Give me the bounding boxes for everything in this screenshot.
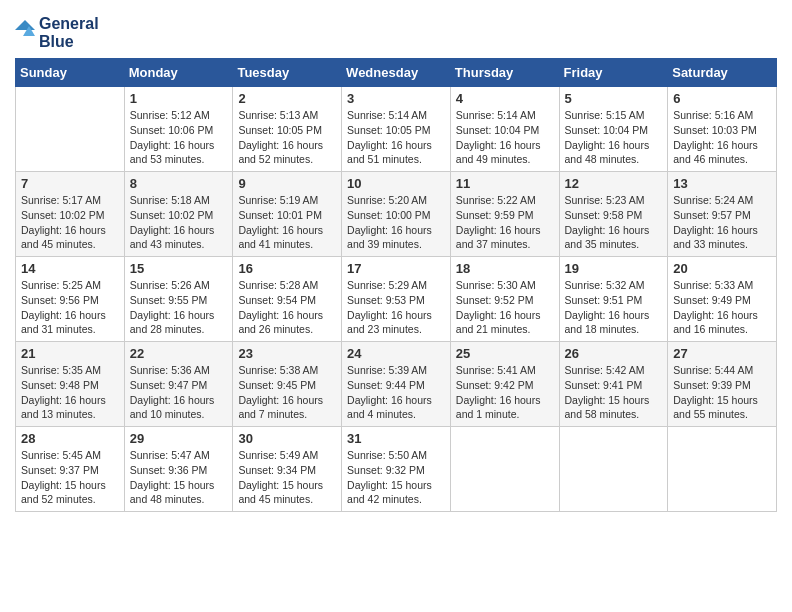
day-number: 9: [238, 176, 336, 191]
day-number: 22: [130, 346, 228, 361]
day-number: 8: [130, 176, 228, 191]
table-row: 18Sunrise: 5:30 AMSunset: 9:52 PMDayligh…: [450, 257, 559, 342]
day-info: Sunrise: 5:12 AMSunset: 10:06 PMDaylight…: [130, 108, 228, 167]
day-info: Sunrise: 5:14 AMSunset: 10:04 PMDaylight…: [456, 108, 554, 167]
day-info: Sunrise: 5:47 AMSunset: 9:36 PMDaylight:…: [130, 448, 228, 507]
calendar-week-row: 1Sunrise: 5:12 AMSunset: 10:06 PMDayligh…: [16, 87, 777, 172]
table-row: 22Sunrise: 5:36 AMSunset: 9:47 PMDayligh…: [124, 342, 233, 427]
table-row: 5Sunrise: 5:15 AMSunset: 10:04 PMDayligh…: [559, 87, 668, 172]
page-header: General Blue: [15, 15, 777, 50]
day-number: 28: [21, 431, 119, 446]
calendar-week-row: 21Sunrise: 5:35 AMSunset: 9:48 PMDayligh…: [16, 342, 777, 427]
table-row: 26Sunrise: 5:42 AMSunset: 9:41 PMDayligh…: [559, 342, 668, 427]
day-number: 29: [130, 431, 228, 446]
table-row: 31Sunrise: 5:50 AMSunset: 9:32 PMDayligh…: [342, 427, 451, 512]
day-number: 13: [673, 176, 771, 191]
day-info: Sunrise: 5:45 AMSunset: 9:37 PMDaylight:…: [21, 448, 119, 507]
table-row: 29Sunrise: 5:47 AMSunset: 9:36 PMDayligh…: [124, 427, 233, 512]
day-number: 14: [21, 261, 119, 276]
col-thursday: Thursday: [450, 59, 559, 87]
table-row: 15Sunrise: 5:26 AMSunset: 9:55 PMDayligh…: [124, 257, 233, 342]
day-info: Sunrise: 5:29 AMSunset: 9:53 PMDaylight:…: [347, 278, 445, 337]
day-info: Sunrise: 5:38 AMSunset: 9:45 PMDaylight:…: [238, 363, 336, 422]
day-info: Sunrise: 5:36 AMSunset: 9:47 PMDaylight:…: [130, 363, 228, 422]
day-info: Sunrise: 5:49 AMSunset: 9:34 PMDaylight:…: [238, 448, 336, 507]
table-row: [668, 427, 777, 512]
col-wednesday: Wednesday: [342, 59, 451, 87]
day-info: Sunrise: 5:14 AMSunset: 10:05 PMDaylight…: [347, 108, 445, 167]
day-number: 3: [347, 91, 445, 106]
day-info: Sunrise: 5:33 AMSunset: 9:49 PMDaylight:…: [673, 278, 771, 337]
day-info: Sunrise: 5:22 AMSunset: 9:59 PMDaylight:…: [456, 193, 554, 252]
table-row: [16, 87, 125, 172]
day-info: Sunrise: 5:32 AMSunset: 9:51 PMDaylight:…: [565, 278, 663, 337]
table-row: 10Sunrise: 5:20 AMSunset: 10:00 PMDaylig…: [342, 172, 451, 257]
day-number: 23: [238, 346, 336, 361]
day-info: Sunrise: 5:26 AMSunset: 9:55 PMDaylight:…: [130, 278, 228, 337]
day-number: 27: [673, 346, 771, 361]
table-row: 9Sunrise: 5:19 AMSunset: 10:01 PMDayligh…: [233, 172, 342, 257]
day-info: Sunrise: 5:16 AMSunset: 10:03 PMDaylight…: [673, 108, 771, 167]
day-info: Sunrise: 5:15 AMSunset: 10:04 PMDaylight…: [565, 108, 663, 167]
col-monday: Monday: [124, 59, 233, 87]
day-number: 18: [456, 261, 554, 276]
day-number: 15: [130, 261, 228, 276]
calendar-table: Sunday Monday Tuesday Wednesday Thursday…: [15, 58, 777, 512]
day-number: 11: [456, 176, 554, 191]
calendar-header-row: Sunday Monday Tuesday Wednesday Thursday…: [16, 59, 777, 87]
table-row: [450, 427, 559, 512]
logo: General Blue: [15, 15, 99, 50]
table-row: 2Sunrise: 5:13 AMSunset: 10:05 PMDayligh…: [233, 87, 342, 172]
day-info: Sunrise: 5:23 AMSunset: 9:58 PMDaylight:…: [565, 193, 663, 252]
table-row: 23Sunrise: 5:38 AMSunset: 9:45 PMDayligh…: [233, 342, 342, 427]
table-row: 11Sunrise: 5:22 AMSunset: 9:59 PMDayligh…: [450, 172, 559, 257]
day-number: 16: [238, 261, 336, 276]
svg-marker-0: [15, 20, 35, 30]
table-row: 30Sunrise: 5:49 AMSunset: 9:34 PMDayligh…: [233, 427, 342, 512]
day-info: Sunrise: 5:19 AMSunset: 10:01 PMDaylight…: [238, 193, 336, 252]
day-number: 10: [347, 176, 445, 191]
day-info: Sunrise: 5:20 AMSunset: 10:00 PMDaylight…: [347, 193, 445, 252]
day-info: Sunrise: 5:28 AMSunset: 9:54 PMDaylight:…: [238, 278, 336, 337]
day-number: 30: [238, 431, 336, 446]
table-row: 4Sunrise: 5:14 AMSunset: 10:04 PMDayligh…: [450, 87, 559, 172]
day-number: 6: [673, 91, 771, 106]
table-row: 8Sunrise: 5:18 AMSunset: 10:02 PMDayligh…: [124, 172, 233, 257]
day-number: 2: [238, 91, 336, 106]
table-row: 7Sunrise: 5:17 AMSunset: 10:02 PMDayligh…: [16, 172, 125, 257]
day-number: 19: [565, 261, 663, 276]
day-info: Sunrise: 5:41 AMSunset: 9:42 PMDaylight:…: [456, 363, 554, 422]
day-number: 21: [21, 346, 119, 361]
table-row: 3Sunrise: 5:14 AMSunset: 10:05 PMDayligh…: [342, 87, 451, 172]
day-number: 25: [456, 346, 554, 361]
day-number: 12: [565, 176, 663, 191]
day-info: Sunrise: 5:42 AMSunset: 9:41 PMDaylight:…: [565, 363, 663, 422]
table-row: 14Sunrise: 5:25 AMSunset: 9:56 PMDayligh…: [16, 257, 125, 342]
day-number: 7: [21, 176, 119, 191]
col-tuesday: Tuesday: [233, 59, 342, 87]
table-row: 17Sunrise: 5:29 AMSunset: 9:53 PMDayligh…: [342, 257, 451, 342]
day-number: 1: [130, 91, 228, 106]
table-row: 12Sunrise: 5:23 AMSunset: 9:58 PMDayligh…: [559, 172, 668, 257]
col-sunday: Sunday: [16, 59, 125, 87]
logo-text-general: General: [39, 15, 99, 33]
logo-text-blue: Blue: [39, 33, 99, 51]
logo-bird-icon: [15, 18, 35, 48]
day-info: Sunrise: 5:35 AMSunset: 9:48 PMDaylight:…: [21, 363, 119, 422]
table-row: [559, 427, 668, 512]
col-friday: Friday: [559, 59, 668, 87]
day-info: Sunrise: 5:18 AMSunset: 10:02 PMDaylight…: [130, 193, 228, 252]
day-info: Sunrise: 5:39 AMSunset: 9:44 PMDaylight:…: [347, 363, 445, 422]
day-info: Sunrise: 5:25 AMSunset: 9:56 PMDaylight:…: [21, 278, 119, 337]
day-info: Sunrise: 5:24 AMSunset: 9:57 PMDaylight:…: [673, 193, 771, 252]
calendar-week-row: 7Sunrise: 5:17 AMSunset: 10:02 PMDayligh…: [16, 172, 777, 257]
table-row: 25Sunrise: 5:41 AMSunset: 9:42 PMDayligh…: [450, 342, 559, 427]
day-number: 26: [565, 346, 663, 361]
col-saturday: Saturday: [668, 59, 777, 87]
day-number: 17: [347, 261, 445, 276]
table-row: 28Sunrise: 5:45 AMSunset: 9:37 PMDayligh…: [16, 427, 125, 512]
table-row: 19Sunrise: 5:32 AMSunset: 9:51 PMDayligh…: [559, 257, 668, 342]
table-row: 20Sunrise: 5:33 AMSunset: 9:49 PMDayligh…: [668, 257, 777, 342]
day-info: Sunrise: 5:17 AMSunset: 10:02 PMDaylight…: [21, 193, 119, 252]
table-row: 16Sunrise: 5:28 AMSunset: 9:54 PMDayligh…: [233, 257, 342, 342]
